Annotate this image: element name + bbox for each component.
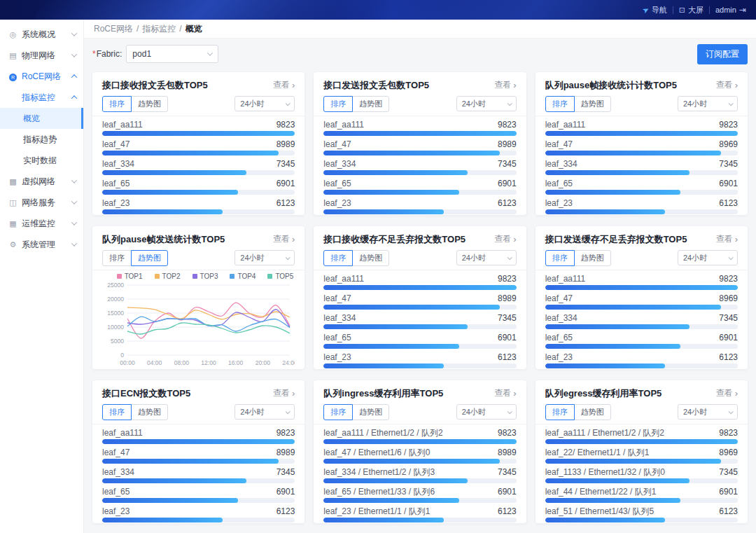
- bar-fill: [102, 518, 223, 522]
- row-value: 6123: [719, 352, 738, 362]
- username: admin: [715, 6, 736, 14]
- row-value: 7345: [276, 159, 295, 169]
- top5-row: leaf_65 / Ethernet1/33 / 队列6 6901: [323, 483, 516, 503]
- bar-track: [102, 439, 295, 444]
- view-link[interactable]: 查看 ›: [716, 233, 738, 245]
- row-value: 9823: [498, 120, 517, 130]
- sidebar-item-metric-trend[interactable]: 指标趋势: [0, 129, 83, 150]
- top5-row: leaf_334 7345: [102, 464, 295, 483]
- sidebar-item-system-manage[interactable]: ⚙系统管理: [0, 234, 83, 255]
- breadcrumb-item[interactable]: RoCE网络: [94, 23, 133, 35]
- tab-trend[interactable]: 趋势图: [574, 250, 611, 266]
- view-link[interactable]: 查看 ›: [273, 387, 295, 399]
- view-link[interactable]: 查看 ›: [273, 233, 295, 245]
- page-content: * Fabric: pod1 订阅配置 接口接收报文丢包数TOP5 查看 › 排…: [84, 39, 756, 533]
- legend-item-top3[interactable]: TOP3: [192, 272, 218, 280]
- bar-track: [545, 478, 738, 483]
- tab-sort[interactable]: 排序: [545, 96, 575, 112]
- time-range-select[interactable]: 24小时: [456, 250, 517, 265]
- row-label: leaf_334: [323, 313, 356, 323]
- view-link[interactable]: 查看 ›: [716, 79, 738, 91]
- time-range-select[interactable]: 24小时: [678, 96, 738, 111]
- fabric-select[interactable]: pod1: [126, 45, 218, 63]
- bar-track: [102, 170, 295, 175]
- view-link[interactable]: 查看 ›: [273, 79, 295, 91]
- chevron-right-icon: ›: [292, 389, 295, 398]
- legend-item-top5[interactable]: TOP5: [267, 272, 293, 280]
- sidebar-item-network-service[interactable]: ◫网络服务: [0, 192, 83, 213]
- chevron-right-icon: ›: [735, 389, 738, 398]
- view-link[interactable]: 查看 ›: [716, 387, 738, 399]
- legend-item-top2[interactable]: TOP2: [155, 272, 181, 280]
- tab-sort[interactable]: 排序: [102, 250, 132, 266]
- divider: [673, 6, 673, 14]
- tab-sort[interactable]: 排序: [323, 96, 353, 112]
- svg-text:12:00: 12:00: [201, 359, 216, 366]
- bar-fill: [102, 131, 295, 136]
- sidebar-item-ops-monitor[interactable]: ▦运维监控: [0, 213, 83, 234]
- sidebar-item-roce-network[interactable]: RRoCE网络: [0, 66, 83, 87]
- time-range-select[interactable]: 24小时: [234, 404, 295, 420]
- tab-trend[interactable]: 趋势图: [352, 96, 389, 112]
- svg-text:04:00: 04:00: [147, 359, 162, 366]
- bar-fill: [323, 305, 500, 310]
- view-link[interactable]: 查看 ›: [494, 233, 516, 245]
- time-range-select[interactable]: 24小时: [456, 96, 517, 111]
- tab-trend[interactable]: 趋势图: [574, 404, 611, 420]
- tab-sort[interactable]: 排序: [323, 250, 353, 266]
- time-range-select[interactable]: 24小时: [678, 250, 738, 265]
- view-label: 查看: [494, 233, 511, 245]
- bar-fill: [545, 439, 738, 444]
- sidebar-item-overview[interactable]: 概览: [0, 108, 83, 129]
- tab-sort[interactable]: 排序: [545, 404, 575, 420]
- tab-trend[interactable]: 趋势图: [574, 96, 611, 112]
- time-range-value: 24小时: [240, 253, 264, 263]
- row-label: leaf_334: [102, 467, 134, 477]
- sidebar-item-realtime-data[interactable]: 实时数据: [0, 150, 83, 171]
- time-range-select[interactable]: 24小时: [678, 404, 738, 420]
- system-overview-icon: ◎: [8, 30, 18, 39]
- tab-trend[interactable]: 趋势图: [352, 404, 389, 420]
- view-label: 查看: [494, 79, 511, 91]
- row-label: leaf_47: [545, 139, 573, 149]
- top5-row: leaf_334 7345: [545, 310, 738, 329]
- sidebar-item-system-overview[interactable]: ◎系统概况: [0, 24, 83, 45]
- tab-sort[interactable]: 排序: [323, 404, 353, 420]
- view-link[interactable]: 查看 ›: [494, 387, 516, 399]
- logout-icon[interactable]: ⇥: [739, 5, 746, 15]
- tab-sort[interactable]: 排序: [102, 96, 132, 112]
- nav-shortcut[interactable]: ➤ 导航: [643, 5, 667, 15]
- row-value: 6123: [498, 352, 517, 362]
- roce-network-icon: R: [8, 72, 18, 81]
- sidebar-item-metric-monitor[interactable]: 指标监控: [0, 87, 83, 108]
- big-screen-shortcut[interactable]: ⊡ 大屏: [679, 5, 704, 15]
- tab-trend[interactable]: 趋势图: [131, 404, 168, 420]
- breadcrumb-item[interactable]: 指标监控: [142, 23, 176, 35]
- bar-fill: [545, 209, 666, 214]
- legend-label: TOP1: [125, 272, 143, 280]
- time-range-value: 24小时: [240, 99, 264, 109]
- bar-track: [545, 131, 738, 136]
- sidebar-item-virtual-network[interactable]: ▩虚拟网络: [0, 171, 83, 192]
- bar-track: [323, 305, 516, 310]
- time-range-select[interactable]: 24小时: [456, 404, 517, 420]
- view-link[interactable]: 查看 ›: [494, 79, 516, 91]
- time-range-select[interactable]: 24小时: [234, 250, 295, 265]
- tab-trend[interactable]: 趋势图: [131, 96, 168, 112]
- legend-item-top4[interactable]: TOP4: [230, 272, 255, 280]
- tab-sort[interactable]: 排序: [545, 250, 575, 266]
- bar-fill: [323, 498, 459, 503]
- time-range-select[interactable]: 24小时: [234, 96, 295, 111]
- user-menu[interactable]: admin ⇥: [715, 5, 746, 15]
- legend-item-top1[interactable]: TOP1: [117, 272, 143, 280]
- row-label: leaf_47: [545, 293, 573, 303]
- card-body: leaf_aa111 / Ethernet1/2 / 队列2 9823 leaf…: [323, 424, 516, 522]
- card-tab-group: 排序趋势图: [102, 404, 168, 420]
- sidebar-item-physical-network[interactable]: ▤物理网络: [0, 45, 83, 66]
- tab-sort[interactable]: 排序: [102, 404, 132, 420]
- bar-fill: [545, 131, 738, 136]
- tab-trend[interactable]: 趋势图: [352, 250, 389, 266]
- bar-track: [102, 151, 295, 155]
- subscribe-config-button[interactable]: 订阅配置: [697, 44, 748, 64]
- tab-trend[interactable]: 趋势图: [131, 250, 168, 266]
